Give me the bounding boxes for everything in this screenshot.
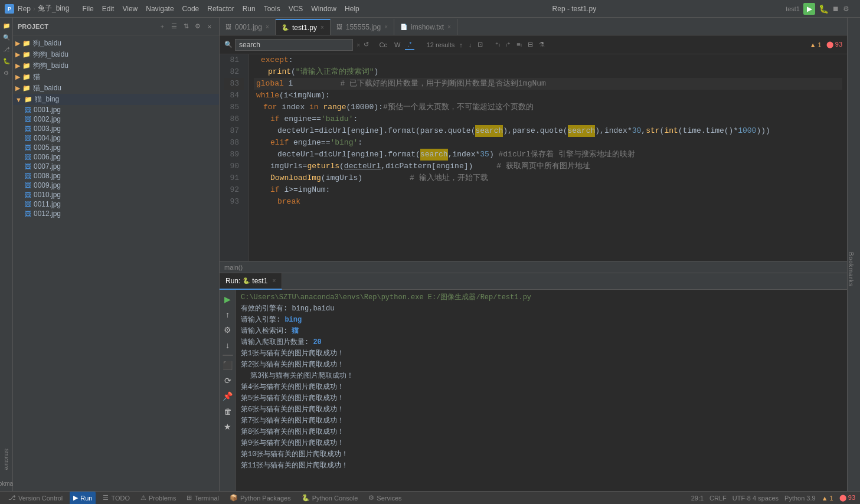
run-tab-close[interactable]: × bbox=[272, 277, 276, 284]
search-prev-btn[interactable]: ↑ bbox=[457, 40, 465, 50]
menu-tools[interactable]: Tools bbox=[260, 4, 284, 14]
status-python-packages[interactable]: 📦 Python Packages bbox=[226, 492, 295, 505]
tree-folder-dogtwo-baidu[interactable]: ▶ 📁 狗狗_baidu bbox=[13, 49, 219, 60]
run-settings-btn[interactable]: ⚙ bbox=[221, 323, 235, 337]
menu-view[interactable]: View bbox=[119, 4, 141, 14]
bookmarks-panel-btn[interactable]: Bookmarks bbox=[848, 252, 854, 287]
run-tab-main[interactable]: Run: 🐍 test1 × bbox=[220, 273, 282, 290]
search-regex-icon[interactable]: ↺ bbox=[364, 41, 369, 48]
tree-item-label: 0004.jpg bbox=[34, 134, 61, 142]
search-clear-icon[interactable]: × bbox=[357, 41, 360, 48]
run-rerun-btn[interactable]: ⟳ bbox=[221, 374, 235, 388]
sidebar-settings-btn[interactable]: ⚙ bbox=[193, 22, 202, 31]
status-version-control[interactable]: ⎇ Version Control bbox=[5, 492, 66, 505]
tree-file-0011[interactable]: 🖼 0011.jpg bbox=[13, 199, 219, 209]
menu-refactor[interactable]: Refactor bbox=[204, 4, 237, 14]
activity-bookmarks[interactable]: Bookmarks bbox=[1, 478, 12, 489]
status-problems[interactable]: ⚠ Problems bbox=[137, 492, 179, 505]
tree-file-0003[interactable]: 🖼 0003.jpg bbox=[13, 124, 219, 133]
tree-file-0007[interactable]: 🖼 0007.jpg bbox=[13, 162, 219, 171]
status-services[interactable]: ⚙ Services bbox=[365, 492, 405, 505]
tree-folder-cat[interactable]: ▶ 📁 猫 bbox=[13, 71, 219, 83]
sidebar-close-btn[interactable]: × bbox=[205, 22, 214, 31]
search-regex-btn[interactable]: .* bbox=[405, 40, 414, 50]
code-editor: 81 82 83 84 85 86 87 88 89 90 91 92 93 bbox=[220, 54, 847, 261]
tab-file-icon: 🖼 bbox=[225, 24, 231, 30]
run-more-btn[interactable]: ★ bbox=[221, 420, 235, 434]
tab-0001jpg[interactable]: 🖼 0001.jpg × bbox=[220, 19, 276, 35]
tab-close-icon[interactable]: × bbox=[447, 24, 451, 30]
tab-155555jpg[interactable]: 🖼 155555.jpg × bbox=[331, 19, 394, 35]
tab-test1py[interactable]: 🐍 test1.py × bbox=[276, 19, 331, 35]
activity-search[interactable]: 🔍 bbox=[1, 32, 12, 42]
menu-code[interactable]: Code bbox=[179, 4, 203, 14]
tree-file-0009[interactable]: 🖼 0009.jpg bbox=[13, 181, 219, 190]
code-content[interactable]: except: print("请输入正常的搜索词") global i # 已下… bbox=[249, 54, 847, 261]
search-opt4[interactable]: ⊟ bbox=[525, 40, 535, 50]
menu-window[interactable]: Window bbox=[308, 4, 340, 14]
run-stop-btn[interactable]: ⬛ bbox=[221, 358, 235, 372]
tree-folder-cat-baidu[interactable]: ▶ 📁 猫_baidu bbox=[13, 83, 219, 94]
menu-navigate[interactable]: Navigate bbox=[142, 4, 177, 14]
tab-close-icon[interactable]: × bbox=[266, 24, 269, 30]
status-run-btn[interactable]: ▶ Run bbox=[70, 492, 96, 505]
tree-file-0005[interactable]: 🖼 0005.jpg bbox=[13, 143, 219, 152]
search-next-btn[interactable]: ↓ bbox=[466, 40, 475, 50]
run-scroll-down-btn[interactable]: ↓ bbox=[221, 338, 235, 352]
file-icon: 🖼 bbox=[25, 106, 31, 113]
sidebar-add-btn[interactable]: + bbox=[158, 22, 167, 31]
status-terminal[interactable]: ⊞ Terminal bbox=[183, 492, 223, 505]
run-play-btn[interactable]: ▶ bbox=[221, 292, 235, 306]
run-pin-btn[interactable]: 📌 bbox=[221, 389, 235, 403]
menu-help[interactable]: Help bbox=[341, 4, 363, 14]
tree-file-0008[interactable]: 🖼 0008.jpg bbox=[13, 171, 219, 181]
run-output-line-10: 第6张与猫有关的图片爬取成功！ bbox=[241, 404, 842, 415]
tree-file-0001[interactable]: 🖼 0001.jpg bbox=[13, 105, 219, 114]
search-opt1[interactable]: ⁺ₗ bbox=[493, 40, 502, 50]
search-opt3[interactable]: ≡ₗ bbox=[514, 40, 524, 50]
activity-settings[interactable]: ⚙ bbox=[1, 67, 12, 78]
stop-button[interactable]: ⏹ bbox=[832, 5, 839, 13]
search-input[interactable] bbox=[235, 39, 353, 51]
tree-folder-dog-baidu[interactable]: ▶ 📁 狗_baidu bbox=[13, 38, 219, 49]
tree-file-0002[interactable]: 🖼 0002.jpg bbox=[13, 114, 219, 124]
activity-vcs[interactable]: ⎇ bbox=[1, 44, 12, 54]
run-output-line-2: 请输入引擎: bing bbox=[241, 315, 842, 326]
status-position: 29:1 bbox=[691, 495, 704, 502]
menu-file[interactable]: File bbox=[79, 4, 97, 14]
search-case-btn[interactable]: Cc bbox=[377, 40, 389, 50]
tree-folder-cat-bing[interactable]: ▼ 📁 猫_bing bbox=[13, 94, 219, 105]
sidebar-sort-btn[interactable]: ⇅ bbox=[181, 22, 191, 31]
tree-file-0010[interactable]: 🖼 0010.jpg bbox=[13, 190, 219, 199]
status-py-console-label: Python Console bbox=[312, 495, 358, 502]
more-run-button[interactable]: ⚙ bbox=[843, 5, 849, 13]
tree-file-0012[interactable]: 🖼 0012.jpg bbox=[13, 209, 219, 218]
search-wrap-btn[interactable]: ⊡ bbox=[475, 40, 485, 50]
status-todo[interactable]: ☰ TODO bbox=[99, 492, 133, 505]
title-bar: P Rep › 兔子_bing File Edit View Navigate … bbox=[0, 0, 860, 18]
search-opt2[interactable]: ₗ⁺ bbox=[503, 40, 513, 50]
activity-structure[interactable]: Structure bbox=[1, 441, 12, 477]
tab-close-icon[interactable]: × bbox=[384, 24, 388, 30]
tree-file-0004[interactable]: 🖼 0004.jpg bbox=[13, 133, 219, 143]
activity-project[interactable]: 📁 bbox=[1, 20, 12, 31]
menu-vcs[interactable]: VCS bbox=[285, 4, 307, 14]
terminal-icon: ⊞ bbox=[187, 494, 192, 502]
menu-edit[interactable]: Edit bbox=[99, 4, 118, 14]
search-word-btn[interactable]: W bbox=[392, 40, 403, 50]
status-python-console[interactable]: 🐍 Python Console bbox=[298, 492, 362, 505]
run-scroll-up-btn[interactable]: ↑ bbox=[221, 307, 235, 322]
sidebar-collapse-btn[interactable]: ☰ bbox=[169, 22, 179, 31]
run-trash-btn[interactable]: 🗑 bbox=[221, 404, 235, 418]
run-button[interactable]: ▶ bbox=[803, 3, 815, 15]
tree-file-0006[interactable]: 🖼 0006.jpg bbox=[13, 152, 219, 162]
search-filter-btn[interactable]: ⚗ bbox=[537, 40, 547, 50]
run-output[interactable]: C:\Users\SZTU\anaconda3\envs\Rep\python.… bbox=[236, 290, 847, 491]
menu-run[interactable]: Run bbox=[239, 4, 259, 14]
tab-close-icon[interactable]: × bbox=[321, 24, 324, 31]
debug-button[interactable]: 🐛 bbox=[819, 4, 829, 14]
activity-debug[interactable]: 🐛 bbox=[1, 55, 12, 66]
tree-folder-dogthree-baidu[interactable]: ▶ 📁 狗狗_baidu bbox=[13, 60, 219, 71]
run-name: test1 bbox=[252, 277, 267, 285]
tab-imshow[interactable]: 📄 imshow.txt × bbox=[394, 19, 457, 35]
